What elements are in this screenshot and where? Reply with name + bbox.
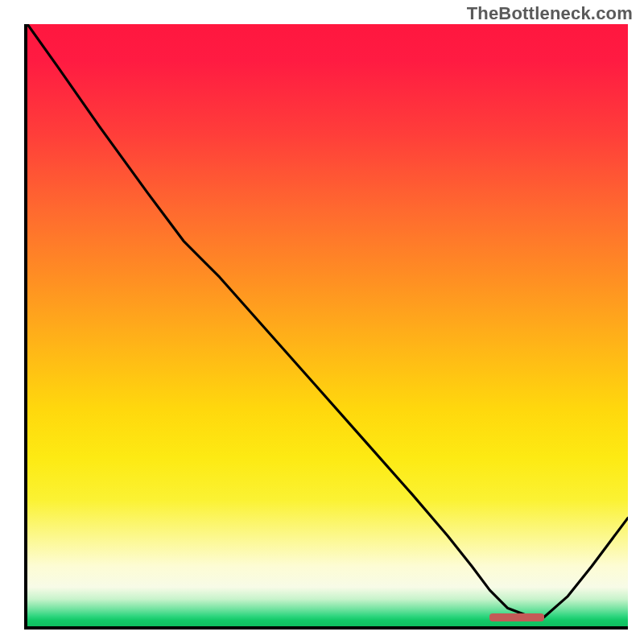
watermark-text: TheBottleneck.com bbox=[467, 3, 633, 24]
optimum-marker bbox=[489, 613, 543, 621]
curve-svg bbox=[27, 24, 628, 626]
chart-container: TheBottleneck.com bbox=[0, 0, 644, 644]
bottleneck-curve bbox=[27, 24, 628, 617]
plot-area bbox=[24, 24, 628, 630]
